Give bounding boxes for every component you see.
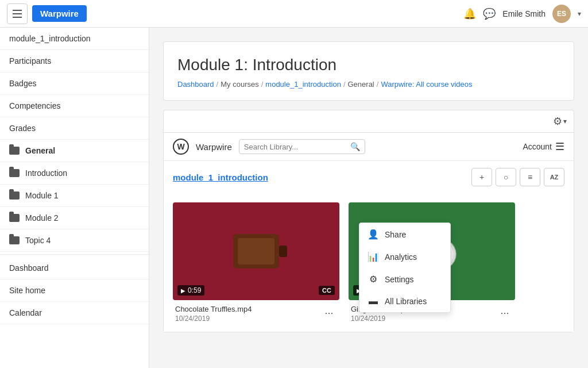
folder-icon — [9, 169, 20, 177]
gear-settings-button[interactable]: ⚙ ▾ — [553, 115, 567, 128]
hamburger-line-1 — [13, 10, 22, 11]
sidebar-item-module1intro[interactable]: module_1_introduction — [0, 28, 149, 50]
folder-icon — [9, 191, 20, 200]
az-button[interactable]: AZ — [544, 168, 564, 186]
settings-icon: ⚙ — [368, 274, 379, 285]
messages-icon[interactable]: 💬 — [483, 7, 496, 20]
video-more-button-2[interactable]: ··· — [497, 305, 513, 321]
warpwire-toolbar: ⚙ ▾ — [164, 110, 574, 133]
sidebar: module_1_introduction Participants Badge… — [0, 28, 149, 368]
sidebar-item-label: Grades — [9, 124, 36, 133]
account-button[interactable]: Account ☰ — [523, 140, 564, 153]
chart-icon: 📊 — [368, 251, 379, 262]
warpwire-logo: W — [173, 139, 189, 155]
search-input[interactable] — [244, 143, 347, 151]
layers-icon: ▬ — [368, 296, 379, 306]
brand-button[interactable]: Warpwire — [32, 5, 87, 22]
dropdown-label-libraries: All Libraries — [385, 297, 427, 306]
circle-button[interactable]: ○ — [496, 168, 516, 186]
avatar[interactable]: ES — [552, 5, 571, 23]
sidebar-item-participants[interactable]: Participants — [0, 50, 149, 72]
thumb-overlay: ▶ 0:59 CC — [177, 285, 335, 296]
sidebar-item-module2[interactable]: Module 2 — [0, 207, 149, 229]
page-title: Module 1: Introduction — [177, 56, 560, 74]
dropdown-item-analytics[interactable]: 📊 Analytics — [359, 246, 450, 268]
hamburger-line-2 — [13, 13, 22, 14]
navbar-right: 🔔 💬 Emile Smith ES ▾ — [463, 5, 581, 23]
sidebar-item-label: General — [25, 146, 55, 155]
sidebar-item-label: Badges — [9, 79, 36, 88]
sidebar-item-label: Site home — [9, 286, 45, 295]
dropdown-menu: 👤 Share 📊 Analytics ⚙ Settings ▬ All Lib… — [359, 223, 451, 313]
library-title[interactable]: module_1_introduction — [173, 172, 268, 182]
sidebar-item-label: Competencies — [9, 101, 61, 110]
breadcrumb-dashboard[interactable]: Dashboard — [177, 80, 214, 89]
breadcrumb-general: General — [348, 80, 374, 89]
sidebar-item-competencies[interactable]: Competencies — [0, 95, 149, 117]
dropdown-item-all-libraries[interactable]: ▬ All Libraries — [359, 290, 450, 312]
action-buttons: + ○ ≡ AZ — [471, 168, 564, 186]
list-button[interactable]: ≡ — [520, 168, 540, 186]
breadcrumb: Dashboard / My courses / module_1_introd… — [177, 80, 560, 89]
breadcrumb-sep: / — [343, 80, 346, 89]
sidebar-item-label: Topic 4 — [25, 236, 51, 245]
notifications-icon[interactable]: 🔔 — [463, 7, 476, 20]
dropdown-item-settings[interactable]: ⚙ Settings — [359, 268, 450, 290]
video-card-1: ▶ 0:59 CC Chocolate Truffles.mp4 10/24/2… — [173, 202, 339, 325]
breadcrumb-module[interactable]: module_1_introduction — [265, 80, 341, 89]
add-button[interactable]: + — [471, 168, 492, 186]
warpwire-container: ⚙ ▾ W Warpwire 🔍 Account ☰ — [163, 110, 574, 332]
svg-rect-2 — [279, 246, 287, 257]
video-duration-1: ▶ 0:59 — [177, 285, 204, 296]
user-dropdown-arrow[interactable]: ▾ — [578, 10, 581, 18]
page-header: Module 1: Introduction Dashboard / My co… — [163, 41, 574, 101]
sidebar-item-module1[interactable]: Module 1 — [0, 185, 149, 207]
sidebar-item-topic4[interactable]: Topic 4 — [0, 229, 149, 252]
person-icon: 👤 — [368, 229, 379, 240]
sidebar-item-label: Participants — [9, 56, 51, 66]
dropdown-label-settings: Settings — [385, 275, 414, 284]
breadcrumb-sep: / — [216, 80, 219, 89]
username-label: Emile Smith — [502, 9, 546, 18]
sidebar-item-grades[interactable]: Grades — [0, 117, 149, 140]
sidebar-item-calendar[interactable]: Calendar — [0, 302, 149, 324]
play-icon: ▶ — [181, 288, 185, 294]
sidebar-item-dashboard[interactable]: Dashboard — [0, 257, 149, 279]
breadcrumb-mycourses: My courses — [220, 80, 258, 89]
sidebar-item-label: Module 2 — [25, 213, 59, 223]
video-info-1: Chocolate Truffles.mp4 10/24/2019 ··· — [173, 300, 339, 325]
sidebar-item-sitehome[interactable]: Site home — [0, 279, 149, 302]
sidebar-item-label: Dashboard — [9, 263, 49, 273]
video-filename-1: Chocolate Truffles.mp4 — [175, 305, 321, 313]
video-more-button-1[interactable]: ··· — [321, 305, 337, 321]
breadcrumb-sep: / — [377, 80, 379, 89]
folder-icon — [9, 214, 20, 222]
search-icon[interactable]: 🔍 — [350, 142, 360, 151]
search-bar[interactable]: 🔍 — [239, 139, 365, 154]
svg-rect-1 — [238, 238, 274, 264]
warpwire-brand-label: Warpwire — [196, 142, 232, 152]
folder-icon — [9, 236, 20, 244]
sidebar-divider — [0, 254, 149, 255]
warpwire-header: W Warpwire 🔍 Account ☰ — [164, 133, 574, 161]
sidebar-item-label: Module 1 — [25, 191, 59, 200]
sidebar-item-general[interactable]: General — [0, 140, 149, 162]
folder-icon — [9, 147, 20, 155]
sidebar-item-label: Calendar — [9, 308, 42, 317]
account-label: Account — [523, 142, 552, 151]
hamburger-line-3 — [13, 17, 22, 18]
hamburger-button[interactable] — [7, 3, 28, 24]
video-meta-1: Chocolate Truffles.mp4 10/24/2019 — [175, 305, 321, 323]
sidebar-item-introduction[interactable]: Introduction — [0, 162, 149, 185]
cutting-board-svg — [222, 225, 291, 277]
gear-dropdown-arrow: ▾ — [563, 117, 567, 125]
sidebar-item-badges[interactable]: Badges — [0, 72, 149, 95]
breadcrumb-warpwire[interactable]: Warpwire: All course videos — [381, 80, 472, 89]
gear-icon: ⚙ — [553, 115, 562, 128]
sidebar-item-label: Introduction — [25, 168, 67, 178]
dropdown-item-share[interactable]: 👤 Share — [359, 223, 450, 246]
video-thumbnail-1[interactable]: ▶ 0:59 CC — [173, 202, 339, 300]
sidebar-item-label: module_1_introduction — [9, 34, 91, 43]
main-content: Module 1: Introduction Dashboard / My co… — [149, 28, 588, 368]
layout: module_1_introduction Participants Badge… — [0, 28, 588, 368]
